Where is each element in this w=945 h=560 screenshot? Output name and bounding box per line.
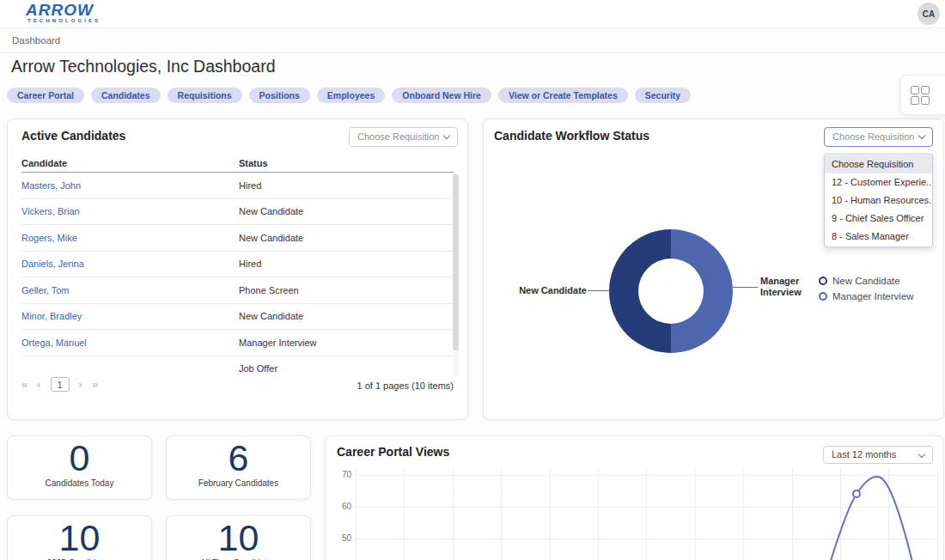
candidate-status: Phone Screen	[239, 285, 299, 295]
stat-label: February Candidates	[167, 478, 310, 488]
career-portal-views-card: Career Portal Views Last 12 months 70 60…	[325, 435, 944, 560]
candidate-status: New Candidate	[239, 311, 303, 321]
pager-first-button[interactable]: «	[21, 378, 27, 391]
breadcrumb: Dashboard	[0, 28, 945, 53]
nav-pill-employees[interactable]: Employees	[317, 88, 385, 103]
workflow-requisition-select[interactable]: Choose Requisition	[824, 127, 933, 147]
dashboard-app: ARROW TECHNOLOGIES CA Dashboard Arrow Te…	[0, 0, 945, 560]
stat-value: 10	[8, 518, 151, 557]
nav-pill-view-or-create-templates[interactable]: View or Create Templates	[498, 88, 628, 103]
candidate-name-link[interactable]: Minor, Bradley	[21, 311, 239, 321]
candidate-status: New Candidate	[239, 233, 303, 243]
page-title: Arrow Technologies, Inc Dashboard	[11, 57, 275, 76]
select-value: Choose Requisition	[357, 128, 439, 146]
breadcrumb-dashboard[interactable]: Dashboard	[12, 28, 60, 53]
app-header: ARROW TECHNOLOGIES CA	[0, 0, 945, 28]
legend-label: New Candidate	[832, 276, 900, 286]
table-row[interactable]: Masters, John Hired	[21, 173, 454, 199]
dropdown-option-10-human-resources[interactable]: 10 - Human Resources...	[825, 192, 932, 210]
nav-pill-requisitions[interactable]: Requisitions	[168, 88, 242, 103]
legend-marker-icon	[819, 292, 827, 301]
pager-last-button[interactable]: »	[92, 378, 98, 391]
candidates-table-header: Candidate Status	[21, 154, 454, 173]
grid-icon	[911, 86, 930, 105]
donut-hole	[638, 259, 704, 324]
stat-label: Candidates Today	[8, 478, 151, 488]
candidate-status: New Candidate	[239, 206, 303, 216]
y-axis-tick-50: 50	[331, 533, 351, 543]
candidate-name-link[interactable]: Rogers, Mike	[21, 233, 239, 243]
logo-wordmark: ARROW	[26, 2, 101, 19]
y-axis-tick-70: 70	[331, 470, 351, 479]
candidate-name-link[interactable]: Masters, John	[21, 180, 239, 191]
nav-pill-career-portal[interactable]: Career Portal	[7, 88, 84, 103]
workflow-status-card: Candidate Workflow Status Choose Requisi…	[483, 119, 944, 420]
views-line-series	[356, 469, 938, 560]
chevron-down-icon	[918, 132, 925, 139]
nav-pill-candidates[interactable]: Candidates	[91, 88, 161, 103]
user-avatar[interactable]: CA	[918, 3, 940, 25]
callout-line-right	[733, 287, 758, 288]
legend-item-new-candidate[interactable]: New Candidate	[819, 276, 914, 286]
table-row[interactable]: Daniels, Jenna Hired	[21, 252, 454, 278]
candidate-name-link[interactable]: Geller, Tom	[21, 285, 239, 295]
dropdown-option-8-sales-manager[interactable]: 8 - Sales Manager	[825, 228, 932, 246]
pager-summary: 1 of 1 pages (10 items)	[357, 380, 454, 391]
table-row[interactable]: Vickers, Brian New Candidate	[21, 199, 454, 226]
stat-february-candidates: 6 February Candidates	[166, 435, 311, 500]
career-portal-views-title: Career Portal Views	[337, 445, 449, 459]
requisition-dropdown-list: Choose Requisition 12 - Customer Experie…	[824, 154, 933, 247]
date-range-select[interactable]: Last 12 months	[823, 446, 933, 464]
table-row[interactable]: Ortega, Manuel Manager Interview	[21, 330, 454, 356]
workflow-donut-chart	[609, 229, 733, 353]
arrow-technologies-logo: ARROW TECHNOLOGIES	[26, 2, 101, 23]
nav-pill-positions[interactable]: Positions	[249, 88, 310, 103]
candidate-status: Hired	[239, 259, 261, 269]
chevron-down-icon	[443, 132, 450, 139]
column-header-status[interactable]: Status	[239, 158, 268, 168]
select-value: Choose Requisition	[832, 128, 914, 146]
table-row[interactable]: Geller, Tom Phone Screen	[21, 277, 454, 304]
dropdown-option-9-chief-sales-officer[interactable]: 9 - Chief Sales Officer	[825, 210, 932, 228]
data-point-marker[interactable]	[853, 490, 860, 497]
nav-pills: Career Portal Candidates Requisitions Po…	[7, 88, 691, 103]
table-scrollbar[interactable]	[453, 173, 459, 376]
active-candidates-card: Active Candidates Choose Requisition Can…	[7, 119, 468, 420]
select-value: Last 12 months	[832, 447, 896, 463]
stat-value: 10	[167, 518, 310, 557]
stat-all-time-candidates: 10 All Time Candidates	[166, 515, 311, 560]
pagination: « ‹ 1 › »	[21, 377, 98, 392]
table-row[interactable]: Job Offer	[21, 356, 454, 377]
table-row[interactable]: Rogers, Mike New Candidate	[21, 225, 454, 252]
stat-value: 0	[8, 438, 151, 478]
donut-label-manager-interview: Manager Interview	[760, 276, 822, 298]
scrollbar-thumb[interactable]	[453, 174, 459, 350]
y-axis-tick-60: 60	[331, 502, 351, 511]
pager-next-button[interactable]: ›	[79, 378, 82, 391]
stat-value: 6	[167, 438, 310, 478]
column-header-candidate[interactable]: Candidate	[21, 158, 239, 168]
nav-pill-security[interactable]: Security	[635, 88, 691, 103]
chevron-down-icon	[918, 451, 925, 458]
workflow-status-title: Candidate Workflow Status	[494, 129, 649, 143]
candidate-name-link[interactable]: Daniels, Jenna	[21, 259, 239, 269]
nav-pill-onboard-new-hire[interactable]: Onboard New Hire	[392, 88, 491, 103]
requisition-filter-select[interactable]: Choose Requisition	[349, 127, 458, 147]
pager-page-button[interactable]: 1	[51, 377, 70, 392]
candidate-status: Job Offer	[239, 363, 277, 374]
donut-label-new-candidate: New Candidate	[501, 285, 587, 296]
dashboard-layout-button[interactable]	[900, 75, 945, 115]
career-views-line-chart	[356, 469, 938, 560]
legend-item-manager-interview[interactable]: Manager Interview	[819, 291, 914, 301]
active-candidates-title: Active Candidates	[21, 129, 125, 143]
candidates-table-body: Masters, John Hired Vickers, Brian New C…	[21, 173, 454, 376]
table-row[interactable]: Minor, Bradley New Candidate	[21, 304, 454, 331]
dropdown-option-choose-requisition[interactable]: Choose Requisition	[825, 155, 932, 173]
candidate-name-link[interactable]: Vickers, Brian	[21, 206, 239, 216]
dropdown-option-12-customer-experience[interactable]: 12 - Customer Experie...	[825, 173, 932, 192]
stat-2025-candidates: 10 2025 Candidates	[7, 515, 152, 560]
legend-marker-icon	[819, 277, 827, 285]
callout-line-left	[588, 290, 610, 291]
pager-prev-button[interactable]: ‹	[37, 378, 40, 391]
candidate-name-link[interactable]: Ortega, Manuel	[21, 338, 239, 348]
